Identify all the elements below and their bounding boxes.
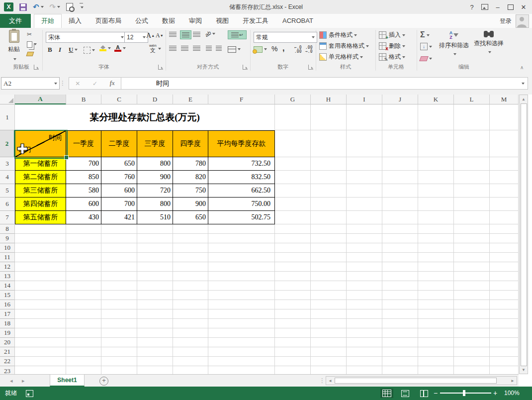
row-header-15[interactable]: 15	[0, 291, 15, 300]
row-header-10[interactable]: 10	[0, 243, 15, 253]
cell-M8[interactable]	[490, 224, 519, 234]
accounting-format-button[interactable]	[254, 46, 267, 53]
cell-L19[interactable]	[454, 328, 490, 338]
cell-K17[interactable]	[418, 309, 454, 319]
cell-B18[interactable]	[66, 319, 101, 328]
redo-dropdown[interactable]	[56, 3, 60, 10]
name-box[interactable]: A2	[1, 77, 60, 90]
cell-H17[interactable]	[311, 309, 347, 319]
cell-H4[interactable]	[311, 171, 347, 184]
tab-插入[interactable]: 插入	[62, 14, 89, 27]
vertical-scrollbar[interactable]: ▲ ▼	[519, 95, 528, 374]
phonetic-button[interactable]: wén文	[149, 44, 161, 53]
cell-L4[interactable]	[454, 171, 490, 184]
row-header-14[interactable]: 14	[0, 281, 15, 291]
scroll-left-arrow[interactable]: ◄	[327, 377, 333, 385]
cell-C18[interactable]	[101, 319, 137, 328]
cell-M23[interactable]	[490, 366, 519, 374]
cell-I14[interactable]	[347, 281, 382, 291]
value-cell[interactable]: 600	[101, 184, 137, 198]
cell-M9[interactable]	[490, 234, 519, 243]
tab-file[interactable]: 文件	[0, 14, 31, 28]
cut-button[interactable]: ✂	[27, 31, 32, 38]
sign-in-link[interactable]: 登录	[500, 17, 512, 25]
value-cell[interactable]: 800	[137, 198, 173, 211]
cell-C10[interactable]	[101, 243, 137, 253]
cell-J5[interactable]	[382, 184, 418, 198]
cell-A15[interactable]	[15, 291, 66, 300]
cell-M4[interactable]	[490, 171, 519, 184]
cell-G7[interactable]	[275, 211, 311, 224]
cell-L2[interactable]	[454, 130, 490, 157]
normal-view-button[interactable]	[380, 389, 393, 398]
cell-F17[interactable]	[208, 309, 275, 319]
tab-开始[interactable]: 开始	[34, 14, 62, 28]
cell-E14[interactable]	[173, 281, 208, 291]
paste-dropdown[interactable]	[12, 56, 16, 63]
cell-B15[interactable]	[66, 291, 101, 300]
fill-color-button[interactable]	[99, 45, 111, 52]
horizontal-scrollbar[interactable]: ◄ ►	[326, 376, 517, 385]
cell-I10[interactable]	[347, 243, 382, 253]
cell-L18[interactable]	[454, 319, 490, 328]
paste-button[interactable]: 粘贴	[3, 30, 25, 63]
cell-F21[interactable]	[208, 347, 275, 357]
cell-M11[interactable]	[490, 253, 519, 262]
cell-L10[interactable]	[454, 243, 490, 253]
cell-J13[interactable]	[382, 272, 418, 281]
cell-G13[interactable]	[275, 272, 311, 281]
cell-K20[interactable]	[418, 338, 454, 347]
cell-F9[interactable]	[208, 234, 275, 243]
column-header-E[interactable]: E	[173, 95, 208, 104]
row-header-13[interactable]: 13	[0, 272, 15, 281]
cell-M3[interactable]	[490, 157, 519, 171]
wrap-text-button[interactable]: ↩	[228, 30, 247, 39]
undo-dropdown[interactable]	[39, 3, 44, 10]
undo-button[interactable]: ↶	[33, 2, 44, 11]
cell-L11[interactable]	[454, 253, 490, 262]
row-header-11[interactable]: 11	[0, 253, 15, 262]
cell-I22[interactable]	[347, 357, 382, 366]
cell-K18[interactable]	[418, 319, 454, 328]
cell-B22[interactable]	[66, 357, 101, 366]
cell-G22[interactable]	[275, 357, 311, 366]
decrease-font-button[interactable]: A▼	[156, 32, 164, 39]
cell-D8[interactable]	[137, 224, 173, 234]
cell-H7[interactable]	[311, 211, 347, 224]
cell-I16[interactable]	[347, 300, 382, 309]
cell-E20[interactable]	[173, 338, 208, 347]
page-layout-view-button[interactable]	[399, 389, 412, 398]
cell-J1[interactable]	[382, 104, 418, 130]
redo-button[interactable]: ↷	[50, 2, 61, 11]
cell-J11[interactable]	[382, 253, 418, 262]
cell-J20[interactable]	[382, 338, 418, 347]
insert-function-button[interactable]: fx	[110, 80, 115, 87]
row-header-20[interactable]: 20	[0, 338, 15, 347]
cell-K23[interactable]	[418, 366, 454, 374]
cell-I20[interactable]	[347, 338, 382, 347]
column-header-I[interactable]: I	[347, 95, 382, 104]
cell-I19[interactable]	[347, 328, 382, 338]
cell-D15[interactable]	[137, 291, 173, 300]
value-cell[interactable]: 750	[173, 184, 208, 198]
cell-J19[interactable]	[382, 328, 418, 338]
cell-B13[interactable]	[66, 272, 101, 281]
value-cell[interactable]: 800	[137, 157, 173, 171]
column-header-M[interactable]: M	[490, 95, 519, 104]
row-header-18[interactable]: 18	[0, 319, 15, 328]
cell-I5[interactable]	[347, 184, 382, 198]
cell-K10[interactable]	[418, 243, 454, 253]
cell-G8[interactable]	[275, 224, 311, 234]
column-header-L[interactable]: L	[454, 95, 490, 104]
align-middle-button[interactable]	[180, 30, 191, 39]
cell-H23[interactable]	[311, 366, 347, 374]
tab-页面布局[interactable]: 页面布局	[89, 14, 128, 27]
cell-K1[interactable]	[418, 104, 454, 130]
cell-K5[interactable]	[418, 184, 454, 198]
cell-I13[interactable]	[347, 272, 382, 281]
cell-K14[interactable]	[418, 281, 454, 291]
row-header-1[interactable]: 1	[0, 104, 15, 130]
cell-M16[interactable]	[490, 300, 519, 309]
format-as-table-button[interactable]: 套用表格格式	[319, 42, 369, 50]
cell-I3[interactable]	[347, 157, 382, 171]
